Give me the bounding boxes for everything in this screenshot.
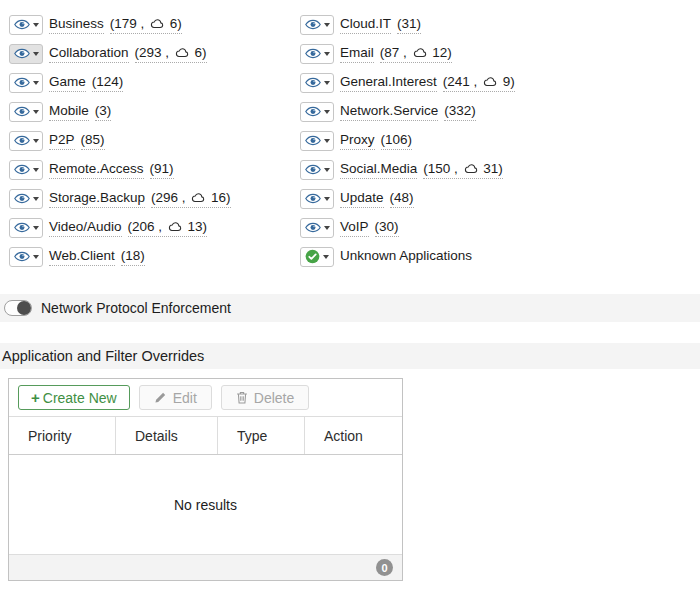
category-row: P2P(85)	[9, 126, 294, 155]
category-action-dropdown-button[interactable]	[300, 73, 334, 93]
category-action-dropdown-button[interactable]	[300, 131, 334, 151]
caret-down-icon	[324, 23, 330, 27]
category-row: Mobile(3)	[9, 97, 294, 126]
category-count[interactable]: (87 , 12)	[380, 45, 452, 63]
empty-results-message: No results	[174, 497, 237, 513]
category-count[interactable]: (30)	[375, 219, 399, 237]
category-row: Social.Media(150 , 31)	[300, 155, 695, 184]
eye-icon	[14, 19, 30, 30]
category-action-dropdown-button[interactable]	[300, 218, 334, 238]
category-label[interactable]: Proxy	[340, 132, 375, 150]
category-action-dropdown-button[interactable]	[300, 15, 334, 35]
caret-down-icon	[324, 197, 330, 201]
delete-button[interactable]: Delete	[221, 385, 309, 410]
category-count[interactable]: (106)	[381, 132, 413, 150]
category-label[interactable]: Game	[49, 74, 86, 92]
category-count[interactable]: (48)	[390, 190, 414, 208]
caret-down-icon	[33, 23, 39, 27]
category-count[interactable]: (241 , 9)	[443, 74, 515, 92]
check-circle-icon	[305, 249, 320, 264]
eye-icon	[14, 251, 30, 262]
eye-icon	[14, 193, 30, 204]
category-row: Video/Audio(206 , 13)	[9, 213, 294, 242]
eye-icon	[305, 193, 321, 204]
category-label[interactable]: Mobile	[49, 103, 89, 121]
eye-icon	[305, 106, 321, 117]
caret-down-icon	[33, 110, 39, 114]
edit-button[interactable]: Edit	[139, 385, 212, 410]
category-count[interactable]: (124)	[92, 74, 124, 92]
overrides-section-title: Application and Filter Overrides	[2, 348, 204, 364]
category-count[interactable]: (179 , 6)	[110, 16, 182, 34]
category-label[interactable]: Remote.Access	[49, 161, 144, 179]
category-count[interactable]: (85)	[81, 132, 105, 150]
category-label[interactable]: Network.Service	[340, 103, 438, 121]
category-row: Game(124)	[9, 68, 294, 97]
column-header-action: Action	[304, 417, 402, 454]
category-label[interactable]: VoIP	[340, 219, 369, 237]
category-action-dropdown-button[interactable]	[9, 189, 43, 209]
category-count[interactable]: (31)	[397, 16, 421, 34]
category-label[interactable]: Business	[49, 16, 104, 34]
category-label[interactable]: Email	[340, 45, 374, 63]
eye-icon	[305, 222, 321, 233]
category-count[interactable]: (332)	[444, 103, 476, 121]
category-action-dropdown-button[interactable]	[300, 160, 334, 180]
category-row: Proxy(106)	[300, 126, 695, 155]
caret-down-icon	[33, 226, 39, 230]
create-new-label: Create New	[43, 390, 117, 406]
category-count[interactable]: (150 , 31)	[423, 161, 503, 179]
category-row: Email(87 , 12)	[300, 39, 695, 68]
eye-icon	[14, 77, 30, 88]
category-count[interactable]: (296 , 16)	[151, 190, 231, 208]
category-label[interactable]: Social.Media	[340, 161, 417, 179]
caret-down-icon	[324, 110, 330, 114]
category-label[interactable]: Collaboration	[49, 45, 129, 63]
overrides-section-header: Application and Filter Overrides	[0, 343, 700, 369]
category-action-dropdown-button[interactable]	[300, 247, 334, 267]
category-count[interactable]: (3)	[95, 103, 112, 121]
create-new-button[interactable]: + Create New	[18, 385, 130, 410]
eye-icon	[305, 77, 321, 88]
caret-down-icon	[33, 139, 39, 143]
column-header-details: Details	[115, 417, 217, 454]
category-action-dropdown-button[interactable]	[9, 102, 43, 122]
eye-icon	[14, 106, 30, 117]
caret-down-icon	[324, 81, 330, 85]
category-row: Update(48)	[300, 184, 695, 213]
delete-label: Delete	[254, 390, 294, 406]
category-label[interactable]: P2P	[49, 132, 75, 150]
category-action-dropdown-button[interactable]	[9, 73, 43, 93]
category-label[interactable]: Storage.Backup	[49, 190, 145, 208]
trash-icon	[236, 391, 248, 404]
category-action-dropdown-button[interactable]	[9, 160, 43, 180]
category-label[interactable]: Update	[340, 190, 384, 208]
category-count[interactable]: (18)	[121, 248, 145, 266]
eye-icon	[14, 164, 30, 175]
category-action-dropdown-button[interactable]	[300, 44, 334, 64]
caret-down-icon	[324, 226, 330, 230]
eye-icon	[305, 48, 321, 59]
category-label[interactable]: Cloud.IT	[340, 16, 391, 34]
category-action-dropdown-button[interactable]	[9, 131, 43, 151]
eye-icon	[14, 222, 30, 233]
category-action-dropdown-button[interactable]	[9, 15, 43, 35]
category-count[interactable]: (91)	[150, 161, 174, 179]
category-label[interactable]: General.Interest	[340, 74, 437, 92]
category-action-dropdown-button[interactable]	[9, 247, 43, 267]
caret-down-icon	[324, 52, 330, 56]
category-action-dropdown-button[interactable]	[300, 102, 334, 122]
category-action-dropdown-button[interactable]	[300, 189, 334, 209]
category-label[interactable]: Video/Audio	[49, 219, 122, 237]
network-protocol-enforcement-toggle[interactable]	[4, 300, 32, 316]
caret-down-icon	[323, 255, 329, 259]
category-count[interactable]: (206 , 13)	[128, 219, 208, 237]
category-row: Web.Client(18)	[9, 242, 294, 271]
network-protocol-enforcement-label: Network Protocol Enforcement	[41, 300, 231, 316]
eye-icon	[305, 19, 321, 30]
category-column-left: Business(179 , 6)Collaboration(293 , 6)G…	[9, 10, 294, 271]
category-count[interactable]: (293 , 6)	[135, 45, 207, 63]
category-action-dropdown-button[interactable]	[9, 44, 43, 64]
category-action-dropdown-button[interactable]	[9, 218, 43, 238]
category-label[interactable]: Web.Client	[49, 248, 115, 266]
